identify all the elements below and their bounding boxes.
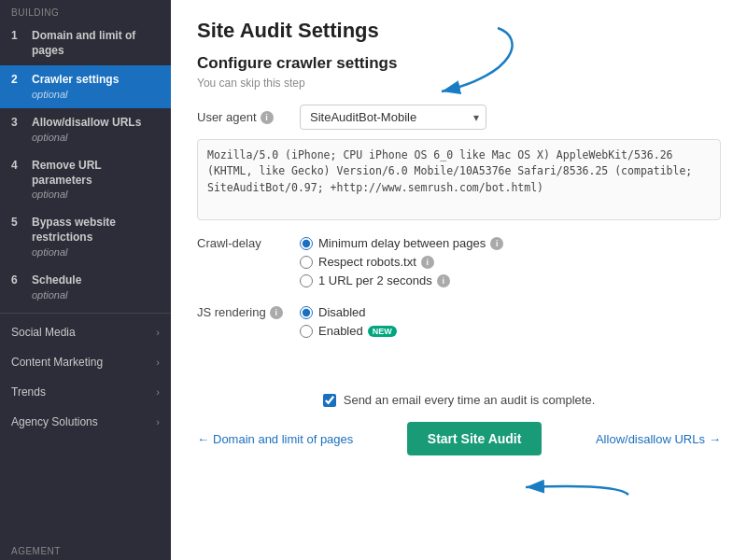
sidebar-item-text: Bypass website restrictions optional [32, 216, 160, 258]
new-badge: new [368, 326, 397, 337]
sidebar-item-label: Crawler settings [32, 73, 160, 88]
sidebar-item-label: Allow/disallow URLs [32, 116, 160, 131]
chevron-right-icon: › [156, 327, 160, 338]
crawl-delay-group: Crawl-delay Minimum delay between pages … [197, 236, 721, 292]
page-title: Site Audit Settings [197, 19, 721, 43]
chevron-right-icon: › [156, 357, 160, 368]
chevron-right-icon: › [156, 416, 160, 427]
js-rendering-options: Disabled Enabled new [300, 305, 397, 343]
chevron-right-icon: › [156, 386, 160, 398]
sidebar-nav-content-marketing[interactable]: Content Marketing › [0, 347, 171, 377]
crawl-delay-radio-0[interactable] [300, 237, 313, 250]
js-rendering-radio-0[interactable] [300, 306, 313, 319]
sidebar-item-text: Schedule optional [32, 273, 160, 301]
js-rendering-option-0: Disabled [300, 305, 397, 319]
js-rendering-row: JS rendering i Disabled Enabled new [197, 305, 721, 343]
sidebar-item-optional: optional [32, 131, 160, 144]
user-agent-select[interactable]: SiteAuditBot-MobileSiteAuditBot-DesktopG… [300, 105, 486, 130]
crawl-delay-option-label-0: Minimum delay between pages i [318, 236, 503, 250]
sidebar-nav-social-media[interactable]: Social Media › [0, 317, 171, 347]
sidebar-item-num: 6 [11, 273, 24, 288]
crawl-delay-option-label-1: Respect robots.txt i [318, 255, 434, 269]
crawl-delay-option-0: Minimum delay between pages i [300, 236, 503, 250]
email-checkbox-label: Send an email every time an audit is com… [344, 393, 596, 407]
email-checkbox[interactable] [323, 394, 336, 407]
sidebar-item-num: 2 [11, 73, 24, 88]
user-agent-info-icon[interactable]: i [261, 111, 274, 124]
sidebar-nav-label: Agency Solutions [11, 415, 98, 428]
js-rendering-option-1: Enabled new [300, 324, 397, 338]
sidebar-item-optional: optional [32, 245, 160, 259]
crawl-delay-info-icon-2[interactable]: i [437, 274, 450, 287]
crawl-delay-label: Crawl-delay [197, 236, 290, 250]
sidebar-item-text: Remove URL parameters optional [32, 159, 160, 201]
footer-nav: ← Domain and limit of pages Start Site A… [197, 422, 721, 455]
sidebar-section-label: BUILDING [0, 0, 171, 21]
sidebar-item-label: Remove URL parameters [32, 159, 160, 188]
crawl-delay-option-1: Respect robots.txt i [300, 255, 503, 269]
sidebar-nav-label: Content Marketing [11, 356, 103, 369]
crawl-delay-radio-1[interactable] [300, 256, 313, 269]
sidebar-nav-label: Trends [11, 385, 46, 399]
sidebar-item-text: Crawler settings optional [32, 73, 160, 101]
crawl-delay-info-icon-0[interactable]: i [490, 237, 503, 250]
crawl-delay-option-2: 1 URL per 2 seconds i [300, 273, 503, 287]
sidebar-item-num: 4 [11, 159, 24, 174]
sidebar-item-optional: optional [32, 288, 160, 301]
crawl-delay-option-label-2: 1 URL per 2 seconds i [318, 273, 450, 287]
back-link-label: Domain and limit of pages [213, 432, 353, 446]
start-audit-button[interactable]: Start Site Audit [407, 422, 543, 455]
next-arrow-icon: → [709, 432, 721, 446]
back-link[interactable]: ← Domain and limit of pages [197, 432, 353, 446]
sidebar-item-num: 5 [11, 216, 24, 231]
crawl-delay-info-icon-1[interactable]: i [421, 256, 434, 269]
sidebar-nav-label: Social Media [11, 326, 76, 339]
sidebar-item-text: Domain and limit of pages [32, 29, 160, 58]
email-checkbox-row: Send an email every time an audit is com… [197, 393, 721, 407]
sidebar-item-1[interactable]: 1 Domain and limit of pages [0, 21, 171, 65]
crawl-delay-row: Crawl-delay Minimum delay between pages … [197, 236, 721, 292]
sidebar-item-3[interactable]: 3 Allow/disallow URLs optional [0, 108, 171, 151]
sidebar-bottom-label: AGEMENT [0, 539, 171, 560]
crawl-delay-radio-2[interactable] [300, 274, 313, 287]
user-agent-row: User agent i SiteAuditBot-MobileSiteAudi… [197, 105, 721, 130]
skip-note: You can skip this step [197, 77, 721, 90]
sidebar: BUILDING 1 Domain and limit of pages 2 C… [0, 0, 171, 560]
main-content: Site Audit Settings Configure crawler se… [171, 0, 747, 560]
back-arrow-icon: ← [197, 432, 209, 446]
js-rendering-radio-1[interactable] [300, 325, 313, 338]
next-link[interactable]: Allow/disallow URLs → [596, 432, 721, 446]
js-rendering-option-label-0: Disabled [318, 305, 366, 319]
sidebar-item-5[interactable]: 5 Bypass website restrictions optional [0, 208, 171, 265]
sidebar-item-num: 3 [11, 116, 24, 131]
sidebar-item-label: Schedule [32, 273, 160, 288]
sidebar-item-optional: optional [32, 188, 160, 201]
js-rendering-group: JS rendering i Disabled Enabled new [197, 305, 721, 343]
section-title: Configure crawler settings [197, 54, 721, 73]
js-rendering-option-label-1: Enabled new [318, 324, 397, 338]
sidebar-item-label: Bypass website restrictions [32, 216, 160, 245]
js-rendering-label: JS rendering i [197, 305, 290, 319]
sidebar-item-text: Allow/disallow URLs optional [32, 116, 160, 144]
sidebar-item-optional: optional [32, 88, 160, 101]
next-link-label: Allow/disallow URLs [596, 432, 705, 446]
sidebar-nav-trends[interactable]: Trends › [0, 377, 171, 407]
sidebar-item-2[interactable]: 2 Crawler settings optional [0, 65, 171, 108]
user-agent-select-wrap: SiteAuditBot-MobileSiteAuditBot-DesktopG… [300, 105, 486, 130]
sidebar-item-6[interactable]: 6 Schedule optional [0, 266, 171, 309]
js-rendering-info-icon[interactable]: i [270, 306, 283, 319]
sidebar-item-num: 1 [11, 29, 24, 44]
crawl-delay-options: Minimum delay between pages i Respect ro… [300, 236, 503, 292]
sidebar-item-4[interactable]: 4 Remove URL parameters optional [0, 151, 171, 208]
user-agent-label: User agent i [197, 110, 290, 124]
sidebar-item-label: Domain and limit of pages [32, 29, 160, 58]
sidebar-nav-agency-solutions[interactable]: Agency Solutions › [0, 407, 171, 437]
user-agent-textarea[interactable] [197, 139, 721, 220]
